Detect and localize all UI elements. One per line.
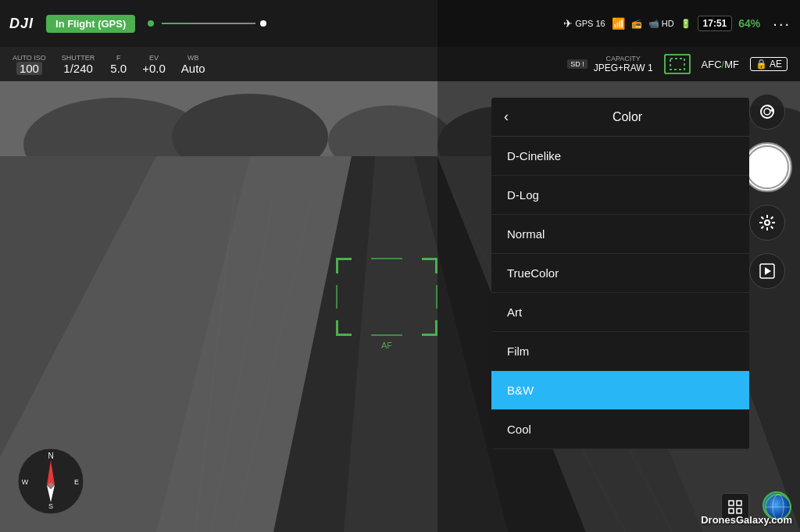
iso-label: Auto ISO (12, 54, 46, 62)
svg-rect-36 (729, 501, 734, 505)
focus-corner-bl (336, 320, 352, 336)
frame-icon (670, 58, 685, 70)
color-menu-back-button[interactable]: ‹ (504, 109, 509, 125)
iso-param[interactable]: Auto ISO 100 (12, 54, 46, 75)
f-label: F (116, 54, 121, 62)
wifi-icon: 📶 (612, 17, 625, 30)
aperture-param[interactable]: F 5.0 (110, 54, 127, 75)
color-option-normal[interactable]: Normal (491, 215, 749, 254)
camera-rotate-icon (758, 102, 777, 121)
ev-value: +0.0 (142, 62, 166, 75)
color-option-bw[interactable]: B&W (491, 371, 749, 410)
progress-line (162, 23, 255, 24)
focus-box: AF (336, 258, 438, 336)
settings-icon (759, 214, 776, 231)
dji-logo: DJI (9, 16, 34, 32)
flight-status: In Flight (GPS) (46, 15, 135, 33)
format-label: CAPACITY (605, 55, 640, 62)
battery-status: 🔋 (680, 19, 691, 29)
svg-rect-37 (737, 501, 741, 505)
color-option-truecolor[interactable]: TrueColor (491, 254, 749, 293)
ae-label: AE (770, 59, 782, 70)
more-options[interactable]: ··· (773, 15, 791, 33)
status-icons: ✈ GPS 16 📶 📻 📹 HD 🔋 17:51 64% ··· (563, 15, 791, 33)
time-badge: 17:51 (698, 16, 733, 31)
af-label: AF (381, 341, 392, 350)
wb-param[interactable]: WB Auto (181, 54, 205, 75)
ev-label: EV (149, 54, 159, 62)
color-menu-header: ‹ Color (491, 98, 749, 137)
shutter-inner (745, 145, 789, 189)
params-bar: Auto ISO 100 SHUTTER 1/240 F 5.0 EV +0.0… (0, 47, 800, 81)
focus-corner-br (422, 320, 438, 336)
flight-mode-indicator (148, 20, 355, 27)
svg-point-31 (764, 109, 770, 115)
drone-icon: ✈ (563, 17, 573, 30)
shutter-value: 1/240 (63, 62, 93, 75)
dot-white (260, 20, 266, 27)
compass-svg: N E S W (16, 446, 86, 516)
shutter-param[interactable]: SHUTTER 1/240 (62, 54, 95, 75)
focus-corner-tl (336, 258, 352, 273)
wifi-signal: 📶 (612, 17, 625, 30)
color-option-film[interactable]: Film (491, 332, 749, 371)
top-bar: DJI In Flight (GPS) ✈ GPS 16 📶 📻 📹 HD 🔋 (0, 0, 800, 47)
dot-h (148, 20, 154, 27)
svg-rect-38 (729, 509, 734, 513)
svg-text:N: N (48, 452, 53, 460)
video-signal: 📹 HD (648, 19, 674, 29)
color-option-d-cinelike[interactable]: D-Cinelike (491, 137, 749, 176)
gps-status: ✈ GPS 16 (563, 17, 605, 30)
compass: N E S W (16, 446, 86, 516)
color-menu-title: Color (518, 110, 737, 124)
lock-icon: 🔒 (755, 59, 767, 70)
color-menu: ‹ Color D-Cinelike D-Log Normal TrueColo… (491, 98, 749, 449)
svg-rect-21 (670, 59, 684, 70)
frame-button[interactable] (664, 54, 691, 74)
rc-signal: 📻 (631, 19, 642, 29)
playback-button[interactable] (749, 253, 785, 289)
svg-rect-39 (737, 509, 741, 513)
format-value: JPEG+RAW 1 (594, 62, 653, 73)
battery-percentage: 64% (738, 17, 760, 30)
shutter-label: SHUTTER (62, 54, 95, 62)
afc-mf-toggle[interactable]: AFC/MF (702, 59, 739, 70)
camera-rotate-button[interactable] (749, 94, 785, 130)
ev-param[interactable]: EV +0.0 (142, 54, 166, 75)
params-right: SD ! CAPACITY JPEG+RAW 1 AFC/MF 🔒 AE (567, 54, 788, 74)
focus-dash-bottom (371, 334, 402, 336)
ae-button[interactable]: 🔒 AE (750, 57, 788, 71)
color-option-cool[interactable]: Cool (491, 410, 749, 449)
color-option-art[interactable]: Art (491, 293, 749, 332)
playback-icon (759, 263, 775, 279)
svg-point-33 (765, 220, 770, 225)
focus-dash-right (436, 285, 438, 309)
iso-value: 100 (16, 62, 42, 75)
gps-signal: 16 (595, 19, 605, 28)
watermark: DronesGalaxy.com (701, 514, 792, 526)
afc-label: AFC (702, 59, 722, 70)
svg-text:E: E (74, 478, 79, 486)
wb-label: WB (188, 54, 199, 62)
video-label: HD (662, 19, 674, 28)
video-icon: 📹 (648, 19, 659, 29)
focus-corner-tr (422, 258, 438, 273)
svg-marker-35 (765, 267, 771, 275)
wb-value: Auto (181, 62, 205, 75)
svg-text:S: S (48, 502, 53, 510)
svg-text:W: W (22, 478, 29, 486)
shutter-button[interactable] (742, 142, 792, 192)
mf-label: MF (724, 59, 739, 70)
f-value: 5.0 (110, 62, 127, 75)
battery-icon: 🔋 (680, 19, 691, 29)
color-option-d-log[interactable]: D-Log (491, 176, 749, 215)
sd-badge: SD ! (567, 59, 588, 69)
rc-icon: 📻 (631, 19, 642, 29)
focus-dash-top (371, 258, 402, 259)
focus-dash-left (336, 285, 338, 309)
svg-point-29 (48, 483, 53, 487)
grid-icon (728, 500, 742, 514)
gps-label: GPS (575, 19, 593, 28)
format-group[interactable]: SD ! CAPACITY JPEG+RAW 1 (567, 55, 652, 73)
settings-button[interactable] (749, 205, 785, 241)
